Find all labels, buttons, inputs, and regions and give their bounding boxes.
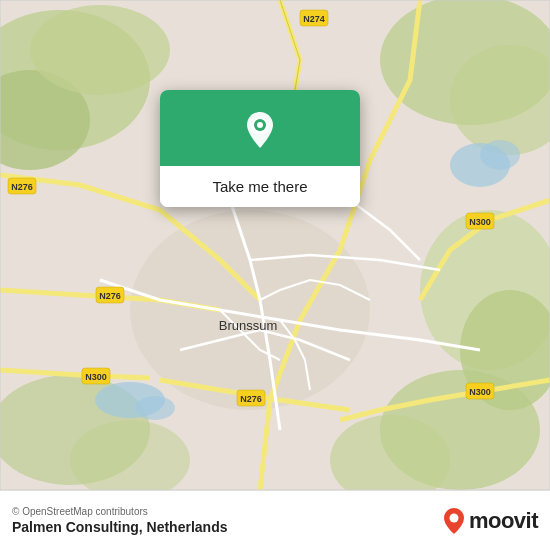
svg-text:Brunssum: Brunssum	[219, 318, 278, 333]
location-name: Palmen Consulting, Netherlands	[12, 519, 227, 535]
svg-point-16	[480, 140, 520, 170]
svg-point-38	[257, 122, 263, 128]
moovit-pin-icon	[443, 507, 465, 535]
popup-card: Take me there	[160, 90, 360, 207]
moovit-logo: moovit	[443, 507, 538, 535]
location-pin-icon	[238, 108, 282, 152]
svg-point-39	[449, 513, 458, 522]
footer-left: © OpenStreetMap contributors Palmen Cons…	[12, 506, 227, 535]
svg-text:N274: N274	[303, 14, 325, 24]
svg-text:N276: N276	[99, 291, 121, 301]
map-svg: N274 N274 N276 N276 N276 N300 N300 N300 …	[0, 0, 550, 490]
svg-text:N300: N300	[85, 372, 107, 382]
svg-text:N300: N300	[469, 217, 491, 227]
take-me-there-button[interactable]: Take me there	[160, 166, 360, 207]
copyright-text: © OpenStreetMap contributors	[12, 506, 227, 517]
footer: © OpenStreetMap contributors Palmen Cons…	[0, 490, 550, 550]
moovit-text: moovit	[469, 508, 538, 534]
svg-text:N300: N300	[469, 387, 491, 397]
svg-text:N276: N276	[240, 394, 262, 404]
svg-text:N276: N276	[11, 182, 33, 192]
map-container: N274 N274 N276 N276 N276 N300 N300 N300 …	[0, 0, 550, 490]
svg-point-14	[135, 396, 175, 420]
svg-point-3	[30, 5, 170, 95]
popup-green-area	[160, 90, 360, 166]
